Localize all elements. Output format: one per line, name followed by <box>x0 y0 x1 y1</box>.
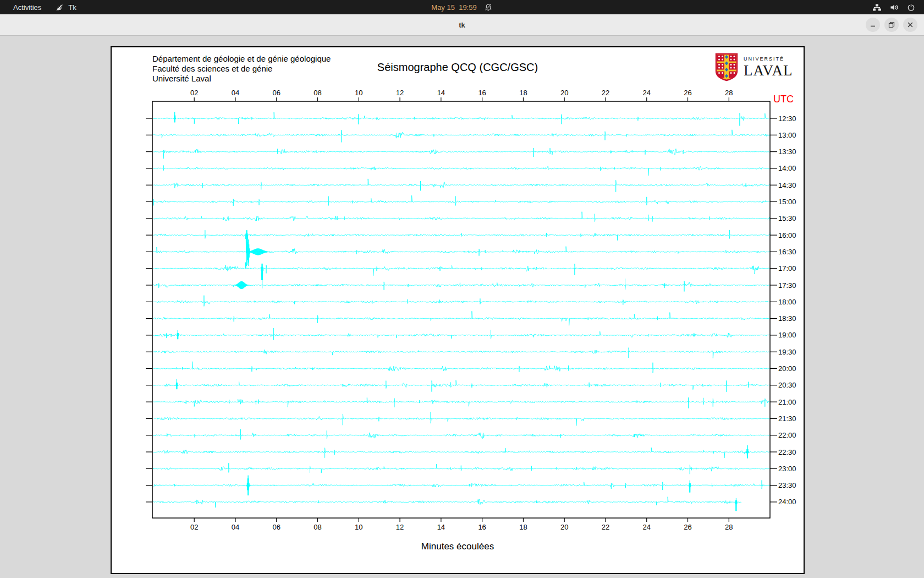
x-tick-label-top: 06 <box>273 89 280 97</box>
system-status-menu[interactable] <box>872 3 915 12</box>
x-tick-label-top: 02 <box>190 89 198 97</box>
seismogram-trace-2000 <box>153 362 770 373</box>
x-tick-label-top: 26 <box>684 89 691 97</box>
focused-app-label: Tk <box>68 3 76 12</box>
seismogram-trace-1500 <box>153 195 770 206</box>
seismogram-trace-2130 <box>153 412 770 426</box>
row-time-label: 21:30 <box>778 415 796 423</box>
gnome-top-bar: Activities Tk May 15 19:59 <box>0 0 924 14</box>
close-button[interactable] <box>903 18 917 32</box>
x-tick-label-top: 04 <box>232 89 239 97</box>
laval-logo: UNIVERSITÉ LAVAL <box>714 53 793 81</box>
seismogram-trace-1230 <box>153 112 770 126</box>
notifications-muted-icon <box>485 3 493 12</box>
logo-universite-label: UNIVERSITÉ <box>744 57 793 62</box>
close-icon <box>907 21 914 28</box>
row-time-label: 22:30 <box>778 448 796 456</box>
row-time-label: 22:00 <box>778 431 796 439</box>
x-tick-label-bottom: 08 <box>314 523 321 531</box>
x-tick-label-top: 28 <box>725 89 733 97</box>
seismogram-trace-2330 <box>153 480 770 490</box>
x-tick-label-bottom: 20 <box>560 523 568 531</box>
plot-title: Séismographe QCQ (CGC/GSC) <box>112 61 804 74</box>
clock-menu[interactable]: May 15 19:59 <box>431 3 492 12</box>
window-titlebar[interactable]: tk <box>0 14 924 36</box>
x-tick-label-top: 14 <box>437 89 445 97</box>
window-title: tk <box>0 14 924 35</box>
x-tick-label-bottom: 28 <box>725 523 733 531</box>
maximize-button[interactable] <box>884 18 899 32</box>
focused-app-menu[interactable]: Tk <box>56 3 76 12</box>
desktop: Activities Tk May 15 19:59 <box>0 0 924 578</box>
seismogram-trace-1900 <box>153 328 770 340</box>
seismic-event <box>247 476 250 495</box>
x-tick-label-top: 08 <box>314 89 321 97</box>
network-wired-icon <box>872 3 882 12</box>
minimize-icon <box>870 21 876 28</box>
seismic-event <box>689 481 691 493</box>
seismogram-trace-1930 <box>153 348 770 358</box>
clock-label: May 15 19:59 <box>431 3 476 12</box>
row-time-label: 17:30 <box>778 281 796 290</box>
power-icon <box>907 3 915 12</box>
row-time-label: 17:00 <box>778 264 796 272</box>
maximize-icon <box>888 21 895 28</box>
seismogram-trace-2400 <box>153 497 741 508</box>
seismogram-trace-2300 <box>153 463 770 474</box>
utc-label: UTC <box>773 94 794 105</box>
row-time-label: 21:00 <box>778 398 796 406</box>
row-time-label: 20:00 <box>778 364 796 373</box>
seismic-event <box>177 330 179 339</box>
x-tick-label-bottom: 12 <box>396 523 404 531</box>
seismogram-trace-1400 <box>153 165 770 176</box>
seismogram-trace-2230 <box>153 448 770 458</box>
x-tick-label-bottom: 06 <box>273 523 280 531</box>
seismic-event <box>746 445 749 458</box>
tk-feather-icon <box>56 3 64 12</box>
row-time-label: 23:30 <box>778 481 796 489</box>
seismogram-trace-2100 <box>153 397 770 408</box>
seismogram-trace-1430 <box>153 179 770 192</box>
seismogram-trace-1300 <box>153 130 770 143</box>
seismogram-trace-1800 <box>153 296 770 307</box>
x-tick-label-bottom: 24 <box>643 523 651 531</box>
x-tick-label-top: 10 <box>355 89 362 97</box>
x-tick-label-bottom: 18 <box>519 523 527 531</box>
seismogram-trace-2030 <box>153 380 770 392</box>
x-tick-label-bottom: 16 <box>478 523 486 531</box>
x-axis-title: Minutes écoulées <box>112 541 804 552</box>
row-time-label: 19:00 <box>778 331 796 339</box>
helicorder-plot: 0202040406060808101012121414161618182020… <box>112 47 804 573</box>
activities-button[interactable]: Activities <box>13 3 41 12</box>
seismogram-trace-1330 <box>153 148 770 159</box>
row-time-label: 12:30 <box>778 114 796 123</box>
x-tick-label-top: 24 <box>643 89 651 97</box>
x-tick-label-bottom: 14 <box>437 523 445 531</box>
row-time-label: 23:00 <box>778 465 796 473</box>
row-time-label: 14:30 <box>778 181 796 189</box>
row-time-label: 20:30 <box>778 381 796 389</box>
x-tick-label-top: 12 <box>396 89 404 97</box>
logo-laval-label: LAVAL <box>744 63 793 78</box>
row-time-label: 15:00 <box>778 198 796 206</box>
laval-shield-icon <box>714 53 739 81</box>
x-tick-label-bottom: 04 <box>232 523 239 531</box>
plot-frame <box>152 101 770 518</box>
x-tick-label-top: 20 <box>560 89 568 97</box>
institution-line-3: Université Laval <box>152 74 331 84</box>
seismic-event <box>176 379 178 389</box>
x-tick-label-top: 18 <box>519 89 527 97</box>
row-time-label: 24:00 <box>778 498 796 506</box>
row-time-label: 18:30 <box>778 314 796 323</box>
seismogram-trace-1830 <box>153 311 770 325</box>
seismograph-canvas: 0202040406060808101012121414161618182020… <box>111 46 805 574</box>
row-time-label: 15:30 <box>778 214 796 222</box>
minimize-button[interactable] <box>866 18 880 32</box>
seismogram-trace-1630 <box>153 247 770 256</box>
row-time-label: 18:00 <box>778 298 796 306</box>
seismic-event <box>174 112 176 122</box>
seismogram-trace-1530 <box>153 212 770 222</box>
row-time-label: 16:30 <box>778 248 796 256</box>
row-time-label: 19:30 <box>778 348 796 356</box>
x-tick-label-bottom: 22 <box>602 523 609 531</box>
